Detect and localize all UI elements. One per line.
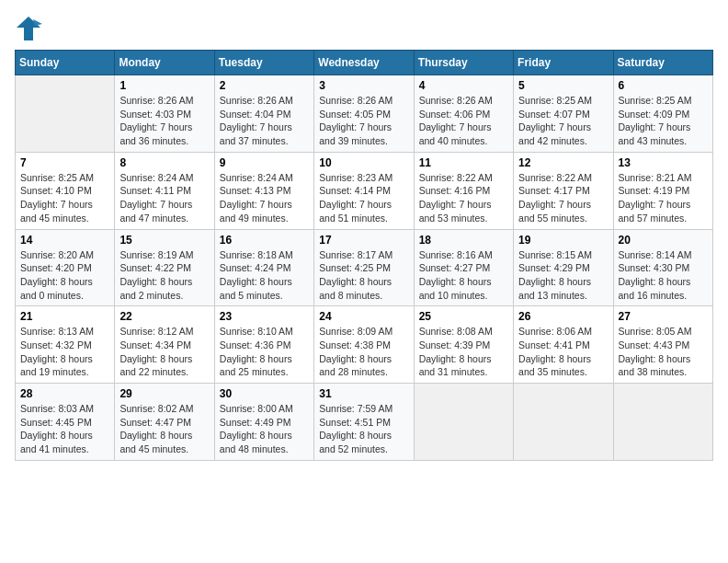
calendar-cell: 15Sunrise: 8:19 AM Sunset: 4:22 PM Dayli… xyxy=(115,229,214,306)
day-number: 14 xyxy=(20,234,109,247)
calendar-week-row: 21Sunrise: 8:13 AM Sunset: 4:32 PM Dayli… xyxy=(16,306,713,384)
day-number: 28 xyxy=(20,387,109,400)
day-number: 27 xyxy=(619,310,708,323)
day-number: 30 xyxy=(220,387,309,400)
calendar-cell: 21Sunrise: 8:13 AM Sunset: 4:32 PM Dayli… xyxy=(16,306,115,384)
day-info: Sunrise: 8:09 AM Sunset: 4:38 PM Dayligh… xyxy=(319,325,408,379)
day-number: 21 xyxy=(20,310,109,323)
calendar-week-row: 1Sunrise: 8:26 AM Sunset: 4:03 PM Daylig… xyxy=(16,75,713,153)
day-number: 22 xyxy=(119,310,209,323)
calendar-cell: 14Sunrise: 8:20 AM Sunset: 4:20 PM Dayli… xyxy=(16,229,115,306)
day-info: Sunrise: 8:24 AM Sunset: 4:11 PM Dayligh… xyxy=(119,171,209,225)
calendar-cell: 5Sunrise: 8:25 AM Sunset: 4:07 PM Daylig… xyxy=(514,75,613,153)
calendar-cell xyxy=(414,384,513,461)
day-number: 23 xyxy=(220,310,309,323)
calendar-week-row: 7Sunrise: 8:25 AM Sunset: 4:10 PM Daylig… xyxy=(16,152,713,229)
day-info: Sunrise: 8:25 AM Sunset: 4:10 PM Dayligh… xyxy=(20,171,109,225)
day-info: Sunrise: 8:02 AM Sunset: 4:47 PM Dayligh… xyxy=(119,402,209,456)
calendar-cell: 31Sunrise: 7:59 AM Sunset: 4:51 PM Dayli… xyxy=(314,384,414,461)
day-info: Sunrise: 8:06 AM Sunset: 4:41 PM Dayligh… xyxy=(518,325,608,379)
calendar-cell xyxy=(613,384,712,461)
calendar-cell: 17Sunrise: 8:17 AM Sunset: 4:25 PM Dayli… xyxy=(314,229,414,306)
calendar-cell: 10Sunrise: 8:23 AM Sunset: 4:14 PM Dayli… xyxy=(314,152,414,229)
days-header-row: SundayMondayTuesdayWednesdayThursdayFrid… xyxy=(16,51,713,75)
calendar-cell: 1Sunrise: 8:26 AM Sunset: 4:03 PM Daylig… xyxy=(115,75,214,153)
calendar-cell: 29Sunrise: 8:02 AM Sunset: 4:47 PM Dayli… xyxy=(115,384,214,461)
calendar-cell: 13Sunrise: 8:21 AM Sunset: 4:19 PM Dayli… xyxy=(613,152,712,229)
svg-marker-0 xyxy=(17,17,40,40)
day-number: 2 xyxy=(220,79,309,92)
calendar-cell: 12Sunrise: 8:22 AM Sunset: 4:17 PM Dayli… xyxy=(514,152,613,229)
calendar-cell: 26Sunrise: 8:06 AM Sunset: 4:41 PM Dayli… xyxy=(514,306,613,384)
day-number: 26 xyxy=(518,310,608,323)
calendar-cell: 16Sunrise: 8:18 AM Sunset: 4:24 PM Dayli… xyxy=(214,229,313,306)
day-header: Tuesday xyxy=(214,51,313,75)
calendar-cell: 19Sunrise: 8:15 AM Sunset: 4:29 PM Dayli… xyxy=(514,229,613,306)
day-info: Sunrise: 8:23 AM Sunset: 4:14 PM Dayligh… xyxy=(319,171,408,225)
day-number: 6 xyxy=(619,79,708,92)
calendar-cell: 18Sunrise: 8:16 AM Sunset: 4:27 PM Dayli… xyxy=(414,229,513,306)
calendar-body: 1Sunrise: 8:26 AM Sunset: 4:03 PM Daylig… xyxy=(16,75,713,461)
day-header: Thursday xyxy=(414,51,513,75)
day-info: Sunrise: 8:18 AM Sunset: 4:24 PM Dayligh… xyxy=(220,248,309,303)
day-info: Sunrise: 8:10 AM Sunset: 4:36 PM Dayligh… xyxy=(220,325,309,379)
calendar-cell xyxy=(16,75,115,153)
day-number: 20 xyxy=(619,234,708,247)
day-info: Sunrise: 8:24 AM Sunset: 4:13 PM Dayligh… xyxy=(220,171,309,225)
calendar-week-row: 28Sunrise: 8:03 AM Sunset: 4:45 PM Dayli… xyxy=(16,384,713,461)
logo xyxy=(15,15,46,42)
calendar-cell: 25Sunrise: 8:08 AM Sunset: 4:39 PM Dayli… xyxy=(414,306,513,384)
day-info: Sunrise: 8:19 AM Sunset: 4:22 PM Dayligh… xyxy=(119,248,209,303)
day-number: 15 xyxy=(119,234,209,247)
day-info: Sunrise: 8:13 AM Sunset: 4:32 PM Dayligh… xyxy=(20,325,109,379)
calendar-cell: 30Sunrise: 8:00 AM Sunset: 4:49 PM Dayli… xyxy=(214,384,313,461)
calendar-cell: 23Sunrise: 8:10 AM Sunset: 4:36 PM Dayli… xyxy=(214,306,313,384)
day-header: Sunday xyxy=(16,51,115,75)
day-info: Sunrise: 8:05 AM Sunset: 4:43 PM Dayligh… xyxy=(619,325,708,379)
calendar-cell xyxy=(514,384,613,461)
day-number: 24 xyxy=(319,310,408,323)
calendar-cell: 20Sunrise: 8:14 AM Sunset: 4:30 PM Dayli… xyxy=(613,229,712,306)
day-number: 1 xyxy=(119,79,209,92)
day-number: 11 xyxy=(419,156,508,169)
day-number: 17 xyxy=(319,234,408,247)
calendar-cell: 4Sunrise: 8:26 AM Sunset: 4:06 PM Daylig… xyxy=(414,75,513,153)
day-info: Sunrise: 7:59 AM Sunset: 4:51 PM Dayligh… xyxy=(319,402,408,456)
calendar-cell: 9Sunrise: 8:24 AM Sunset: 4:13 PM Daylig… xyxy=(214,152,313,229)
calendar-cell: 27Sunrise: 8:05 AM Sunset: 4:43 PM Dayli… xyxy=(613,306,712,384)
day-number: 7 xyxy=(20,156,109,169)
day-info: Sunrise: 8:26 AM Sunset: 4:06 PM Dayligh… xyxy=(419,94,508,148)
day-info: Sunrise: 8:21 AM Sunset: 4:19 PM Dayligh… xyxy=(619,171,708,225)
calendar-cell: 7Sunrise: 8:25 AM Sunset: 4:10 PM Daylig… xyxy=(16,152,115,229)
calendar-cell: 11Sunrise: 8:22 AM Sunset: 4:16 PM Dayli… xyxy=(414,152,513,229)
day-number: 19 xyxy=(518,234,608,247)
day-number: 8 xyxy=(119,156,209,169)
day-info: Sunrise: 8:00 AM Sunset: 4:49 PM Dayligh… xyxy=(220,402,309,456)
logo-icon xyxy=(15,15,42,42)
day-info: Sunrise: 8:03 AM Sunset: 4:45 PM Dayligh… xyxy=(20,402,109,456)
calendar-cell: 24Sunrise: 8:09 AM Sunset: 4:38 PM Dayli… xyxy=(314,306,414,384)
day-number: 9 xyxy=(220,156,309,169)
day-header: Saturday xyxy=(613,51,712,75)
calendar-table: SundayMondayTuesdayWednesdayThursdayFrid… xyxy=(15,50,713,461)
day-number: 29 xyxy=(119,387,209,400)
calendar-cell: 28Sunrise: 8:03 AM Sunset: 4:45 PM Dayli… xyxy=(16,384,115,461)
day-info: Sunrise: 8:17 AM Sunset: 4:25 PM Dayligh… xyxy=(319,248,408,303)
day-info: Sunrise: 8:15 AM Sunset: 4:29 PM Dayligh… xyxy=(518,248,608,303)
calendar-cell: 6Sunrise: 8:25 AM Sunset: 4:09 PM Daylig… xyxy=(613,75,712,153)
day-info: Sunrise: 8:26 AM Sunset: 4:05 PM Dayligh… xyxy=(319,94,408,148)
day-number: 31 xyxy=(319,387,408,400)
day-number: 25 xyxy=(419,310,508,323)
day-info: Sunrise: 8:25 AM Sunset: 4:07 PM Dayligh… xyxy=(518,94,608,148)
day-info: Sunrise: 8:16 AM Sunset: 4:27 PM Dayligh… xyxy=(419,248,508,303)
day-info: Sunrise: 8:20 AM Sunset: 4:20 PM Dayligh… xyxy=(20,248,109,303)
day-info: Sunrise: 8:26 AM Sunset: 4:04 PM Dayligh… xyxy=(220,94,309,148)
day-info: Sunrise: 8:22 AM Sunset: 4:17 PM Dayligh… xyxy=(518,171,608,225)
day-info: Sunrise: 8:14 AM Sunset: 4:30 PM Dayligh… xyxy=(619,248,708,303)
day-number: 16 xyxy=(220,234,309,247)
calendar-cell: 22Sunrise: 8:12 AM Sunset: 4:34 PM Dayli… xyxy=(115,306,214,384)
day-info: Sunrise: 8:26 AM Sunset: 4:03 PM Dayligh… xyxy=(119,94,209,148)
calendar-cell: 2Sunrise: 8:26 AM Sunset: 4:04 PM Daylig… xyxy=(214,75,313,153)
calendar-cell: 8Sunrise: 8:24 AM Sunset: 4:11 PM Daylig… xyxy=(115,152,214,229)
calendar-week-row: 14Sunrise: 8:20 AM Sunset: 4:20 PM Dayli… xyxy=(16,229,713,306)
